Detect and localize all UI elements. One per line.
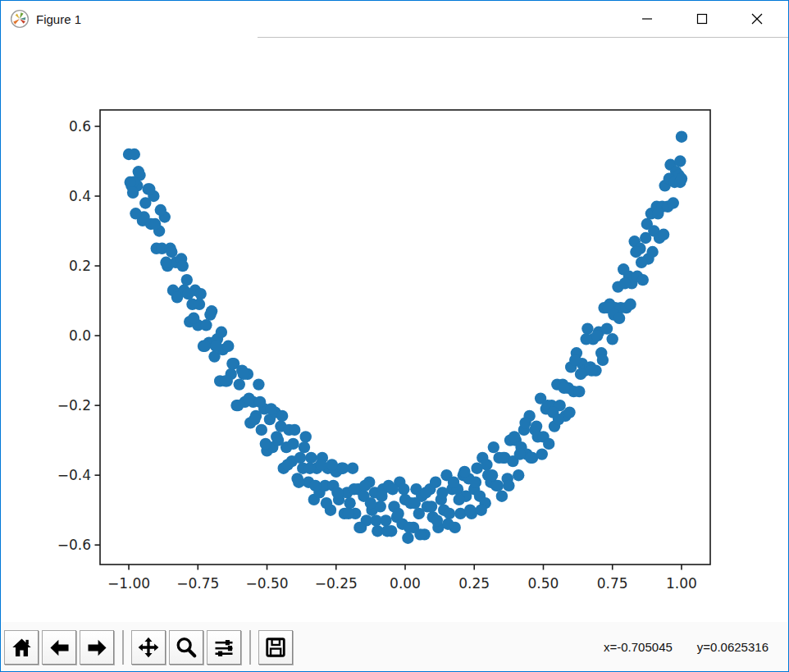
scatter-point [171,291,183,303]
scatter-plot[interactable]: −1.00−0.75−0.50−0.250.000.250.500.751.00… [1,38,788,622]
scatter-point [488,441,499,453]
toolbar-buttons [4,630,296,665]
scatter-point [243,392,254,404]
home-button[interactable] [4,630,39,665]
zoom-rect-button[interactable] [169,630,203,665]
scatter-point [476,505,487,516]
scatter-point [304,463,316,474]
scatter-point [387,483,399,495]
configure-subplots-button[interactable] [207,630,241,665]
scatter-point [492,480,504,491]
floppy-save-icon [264,636,287,659]
home-icon [11,637,33,659]
scatter-point [404,522,415,533]
scatter-point [216,327,227,338]
maximize-button[interactable] [683,1,721,37]
scatter-point [381,525,393,537]
title-bar[interactable]: Figure 1 [1,1,788,37]
scatter-point [674,155,686,167]
scatter-point [641,218,653,230]
scatter-point [586,364,597,376]
scatter-point [253,378,264,390]
scatter-point [177,260,189,272]
scatter-point [458,466,470,478]
scatter-point [238,368,249,380]
scatter-point [182,288,194,299]
scatter-point [409,497,421,509]
scatter-point [199,341,211,352]
scatter-point [676,173,687,185]
scatter-point [155,204,166,216]
forward-button[interactable] [80,630,114,665]
x-tick-label: −0.50 [245,575,288,592]
scatter-point [591,330,603,341]
scatter-point [232,400,244,411]
scatter-point [376,491,387,502]
scatter-point [525,452,536,464]
pan-arrows-icon [137,636,160,659]
close-icon [738,1,776,37]
scatter-point [166,246,177,258]
scatter-point [276,410,288,422]
y-tick-label: 0.2 [69,258,91,274]
scatter-point [130,208,141,219]
scatter-point [282,459,294,470]
scatter-point [321,497,332,509]
x-tick-label: −1.00 [107,575,150,592]
scatter-point [188,313,199,324]
scatter-point [289,424,300,436]
scatter-point [536,448,548,459]
scatter-point [315,459,326,470]
scatter-point [420,487,431,498]
scatter-point [149,218,161,230]
scatter-point [287,438,299,450]
scatter-point [514,448,526,459]
scatter-point [254,396,266,408]
scatter-point [553,414,564,425]
scatter-point [260,438,271,450]
scatter-point [601,322,613,334]
scatter-point [256,424,267,436]
scatter-point [531,420,542,432]
close-button[interactable] [738,1,776,37]
scatter-point [658,229,669,240]
scatter-point [519,417,531,428]
x-tick-label: 0.25 [458,575,490,592]
scatter-point [430,477,441,488]
scatter-point [597,354,609,366]
scatter-point [160,257,171,268]
pan-button[interactable] [131,630,166,665]
scatter-point [624,299,636,310]
arrow-left-icon [48,637,71,659]
scatter-point [496,491,508,502]
minimize-button[interactable] [628,1,666,37]
scatter-point [509,431,520,442]
window-title: Figure 1 [36,12,81,26]
x-tick-label: −0.25 [315,575,358,592]
scatter-point [343,508,354,519]
scatter-point [414,528,426,540]
figure-canvas[interactable]: −1.00−0.75−0.50−0.250.000.250.500.751.00… [1,38,788,622]
scatter-point [652,208,664,219]
scatter-point [221,375,233,386]
scatter-point [344,497,355,509]
minimize-icon [628,1,666,37]
scatter-point [442,519,454,530]
matplotlib-logo-icon[interactable] [10,9,30,29]
scatter-point [195,288,207,299]
save-button[interactable] [258,630,293,665]
scatter-point [249,414,260,425]
scatter-point [486,469,498,481]
scatter-point [370,514,381,526]
scatter-point [200,319,212,331]
back-button[interactable] [42,630,76,665]
cursor-status: x=-0.705045 y=0.0625316 [604,622,768,671]
scatter-point [573,386,585,397]
scatter-point [497,452,509,464]
scatter-point [575,368,586,380]
x-tick-label: 0.50 [528,575,559,592]
y-tick-label: 0.6 [69,118,91,135]
scatter-point [293,477,304,488]
sliders-icon [212,636,235,659]
scatter-point [392,508,404,519]
